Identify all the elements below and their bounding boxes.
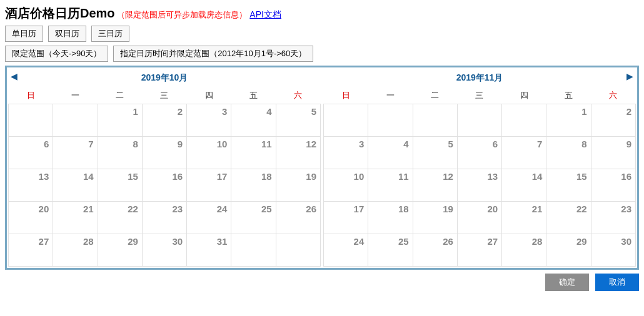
calendar-day[interactable]: 10 xyxy=(324,169,368,202)
calendar-day[interactable]: 3 xyxy=(187,104,231,137)
next-month-icon[interactable]: ▶ xyxy=(626,71,633,81)
weekday-header: 四 xyxy=(187,87,231,104)
calendar-day[interactable]: 26 xyxy=(413,234,457,267)
calendar-day[interactable]: 23 xyxy=(591,202,635,234)
calendar-day[interactable]: 6 xyxy=(457,137,501,169)
calendar-table-left: 日一二三四五六 12345678910111213141516171819202… xyxy=(8,87,321,267)
calendar-day[interactable]: 9 xyxy=(591,137,635,169)
ok-button[interactable]: 确定 xyxy=(545,274,589,291)
calendar-day[interactable]: 8 xyxy=(98,137,142,169)
calendar-day[interactable]: 12 xyxy=(276,137,320,169)
calendar-row: 12 xyxy=(324,104,636,137)
calendar-day[interactable]: 27 xyxy=(457,234,501,267)
calendar-day-empty xyxy=(53,104,98,137)
calendar-day[interactable]: 28 xyxy=(502,234,546,267)
calendar-row: 12345 xyxy=(9,104,321,137)
triple-calendar-button[interactable]: 三日历 xyxy=(91,26,129,42)
calendar-day[interactable]: 17 xyxy=(324,202,368,234)
calendar-day[interactable]: 8 xyxy=(546,137,591,169)
month-title-left: 2019年10月 xyxy=(8,69,321,87)
calendar-day[interactable]: 28 xyxy=(53,234,98,267)
calendar-day[interactable]: 5 xyxy=(276,104,320,137)
month-panel-right: 2019年11月 日一二三四五六 12345678910111213141516… xyxy=(323,69,636,267)
set-time-range-button[interactable]: 指定日历时间并限定范围（2012年10月1号->60天） xyxy=(113,46,313,62)
calendar-day[interactable]: 21 xyxy=(502,202,546,234)
calendar-day[interactable]: 2 xyxy=(591,104,635,137)
weekday-header: 日 xyxy=(324,87,368,104)
calendar-day[interactable]: 1 xyxy=(98,104,142,137)
calendar-day[interactable]: 27 xyxy=(9,234,53,267)
calendar-day[interactable]: 16 xyxy=(591,169,635,202)
calendar-day[interactable]: 22 xyxy=(98,202,142,234)
calendar-container: ◀ ▶ 2019年10月 日一二三四五六 1234567891011121314… xyxy=(5,66,639,270)
calendar-day[interactable]: 5 xyxy=(413,137,457,169)
weekday-header: 六 xyxy=(591,87,635,104)
calendar-day[interactable]: 26 xyxy=(276,202,320,234)
calendar-day[interactable]: 10 xyxy=(187,137,231,169)
single-calendar-button[interactable]: 单日历 xyxy=(5,26,43,42)
weekday-header: 五 xyxy=(546,87,591,104)
calendar-day[interactable]: 29 xyxy=(98,234,142,267)
calendar-day-empty xyxy=(276,234,320,267)
calendar-row: 20212223242526 xyxy=(9,202,321,234)
calendar-day[interactable]: 31 xyxy=(187,234,231,267)
toolbar-row-1: 单日历 双日历 三日历 xyxy=(5,26,639,42)
cancel-button[interactable]: 取消 xyxy=(595,274,639,291)
calendar-day[interactable]: 24 xyxy=(324,234,368,267)
calendar-day[interactable]: 25 xyxy=(231,202,276,234)
calendar-day[interactable]: 23 xyxy=(142,202,186,234)
weekday-row: 日一二三四五六 xyxy=(324,87,636,104)
calendar-day[interactable]: 4 xyxy=(368,137,413,169)
toolbar-row-2: 限定范围（今天->90天） 指定日历时间并限定范围（2012年10月1号->60… xyxy=(5,46,639,62)
calendar-day[interactable]: 2 xyxy=(142,104,186,137)
calendar-day[interactable]: 30 xyxy=(142,234,186,267)
calendar-row: 17181920212223 xyxy=(324,202,636,234)
calendar-day[interactable]: 12 xyxy=(413,169,457,202)
api-doc-link[interactable]: API文档 xyxy=(249,9,281,19)
calendar-row: 3456789 xyxy=(324,137,636,169)
calendar-day[interactable]: 11 xyxy=(368,169,413,202)
calendar-day[interactable]: 13 xyxy=(9,169,53,202)
calendar-day[interactable]: 20 xyxy=(457,202,501,234)
calendar-row: 13141516171819 xyxy=(9,169,321,202)
calendar-day[interactable]: 18 xyxy=(368,202,413,234)
calendar-day[interactable]: 3 xyxy=(324,137,368,169)
calendar-day[interactable]: 25 xyxy=(368,234,413,267)
calendar-day[interactable]: 11 xyxy=(231,137,276,169)
calendar-day[interactable]: 19 xyxy=(413,202,457,234)
calendar-day[interactable]: 15 xyxy=(546,169,591,202)
double-calendar-button[interactable]: 双日历 xyxy=(48,26,86,42)
month-title-right: 2019年11月 xyxy=(323,69,636,87)
calendar-day-empty xyxy=(231,234,276,267)
calendar-day[interactable]: 7 xyxy=(502,137,546,169)
calendar-day[interactable]: 30 xyxy=(591,234,635,267)
limit-range-button[interactable]: 限定范围（今天->90天） xyxy=(5,46,108,62)
calendar-day[interactable]: 7 xyxy=(53,137,98,169)
calendar-day[interactable]: 14 xyxy=(502,169,546,202)
calendar-day[interactable]: 29 xyxy=(546,234,591,267)
calendar-day[interactable]: 13 xyxy=(457,169,501,202)
calendar-day[interactable]: 9 xyxy=(142,137,186,169)
calendar-day[interactable]: 24 xyxy=(187,202,231,234)
calendar-day[interactable]: 14 xyxy=(53,169,98,202)
weekday-header: 四 xyxy=(502,87,546,104)
calendar-day[interactable]: 21 xyxy=(53,202,98,234)
calendar-day[interactable]: 18 xyxy=(231,169,276,202)
calendar-day-empty xyxy=(9,104,53,137)
weekday-header: 二 xyxy=(98,87,142,104)
calendar-day[interactable]: 6 xyxy=(9,137,53,169)
calendar-day[interactable]: 1 xyxy=(546,104,591,137)
calendar-day[interactable]: 16 xyxy=(142,169,186,202)
calendar-day[interactable]: 19 xyxy=(276,169,320,202)
prev-month-icon[interactable]: ◀ xyxy=(11,71,18,81)
calendar-day[interactable]: 17 xyxy=(187,169,231,202)
weekday-header: 日 xyxy=(9,87,53,104)
calendar-day[interactable]: 4 xyxy=(231,104,276,137)
calendar-row: 10111213141516 xyxy=(324,169,636,202)
calendar-day[interactable]: 20 xyxy=(9,202,53,234)
calendar-day-empty xyxy=(502,104,546,137)
calendar-day[interactable]: 15 xyxy=(98,169,142,202)
page-subtitle: （限定范围后可异步加载房态信息） xyxy=(117,10,247,19)
calendar-day[interactable]: 22 xyxy=(546,202,591,234)
weekday-header: 一 xyxy=(53,87,98,104)
